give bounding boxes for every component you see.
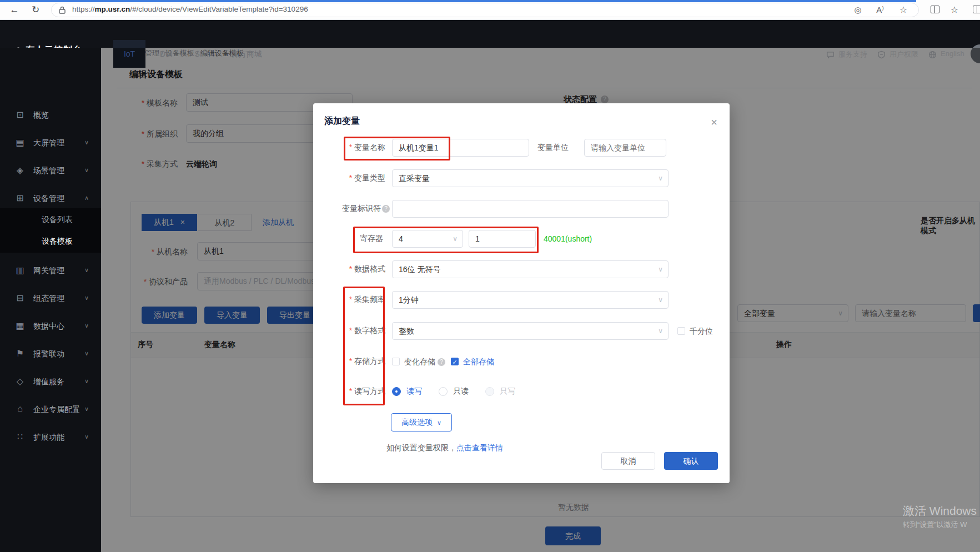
chevron-down-icon: ∨ bbox=[84, 294, 89, 302]
storage-change-label: 变化存储 bbox=[404, 357, 435, 367]
variable-unit-input[interactable] bbox=[584, 139, 666, 157]
enterprise-icon: ⌂ bbox=[14, 404, 26, 414]
sidebar-item-gateway-mgmt[interactable]: ▥ 网关管理 ∨ bbox=[0, 257, 101, 285]
chevron-down-icon: ∨ bbox=[658, 292, 663, 308]
sidebar-item-label: 网关管理 bbox=[33, 266, 64, 276]
extensions-icon: ∷ bbox=[14, 431, 26, 442]
rw-writeonly-radio bbox=[485, 387, 494, 396]
sidebar-item-label: 数据中心 bbox=[33, 322, 64, 332]
sidebar-item-label: 企业专属配置 bbox=[33, 405, 80, 415]
windows-activation-watermark: 激活 Windows bbox=[903, 503, 977, 519]
browser-back-icon[interactable]: ← bbox=[8, 0, 21, 20]
value-added-icon: ◇ bbox=[14, 376, 26, 387]
data-format-value: 16位 无符号 bbox=[399, 265, 440, 274]
collections-icon[interactable]: ☆ bbox=[947, 3, 962, 17]
sidebar-item-device-list[interactable]: 设备列表 bbox=[0, 209, 101, 230]
sidebar-item-enterprise-config[interactable]: ⌂ 企业专属配置 ∨ bbox=[0, 396, 101, 424]
storage-all-checkbox[interactable]: ✓ bbox=[451, 358, 459, 365]
identifier-help-icon[interactable]: ? bbox=[382, 205, 390, 213]
variable-unit-value[interactable] bbox=[591, 139, 660, 156]
chevron-down-icon: ∨ bbox=[84, 405, 89, 413]
sidebar-item-alarm-linkage[interactable]: ⚑ 报警联动 ∨ bbox=[0, 340, 101, 368]
identifier-input[interactable] bbox=[392, 200, 669, 218]
register-address-input[interactable] bbox=[469, 230, 536, 248]
identifier-value[interactable] bbox=[399, 200, 662, 217]
storage-change-help-icon[interactable]: ? bbox=[438, 358, 445, 366]
variable-name-label: 变量名称 bbox=[313, 143, 385, 153]
chevron-down-icon: ∨ bbox=[84, 350, 89, 357]
sidebar-item-data-center[interactable]: ▦ 数据中心 ∨ bbox=[0, 313, 101, 340]
permission-help: 如何设置变量权限，点击查看详情 bbox=[386, 443, 503, 453]
sidebar-item-screen-mgmt[interactable]: ▤ 大屏管理 ∨ bbox=[0, 129, 101, 157]
sidebar-item-label: 设备管理 bbox=[33, 194, 64, 204]
register-hint: 40001(ushort) bbox=[544, 234, 592, 243]
permission-help-link[interactable]: 点击查看详情 bbox=[456, 443, 503, 452]
browser-refresh-icon[interactable]: ↻ bbox=[29, 0, 42, 20]
split-screen-icon[interactable] bbox=[931, 6, 939, 13]
geolocation-icon[interactable]: ◎ bbox=[851, 3, 865, 17]
top-navbar: 有人云控制台 www.usr.cn IoT DM SIM 官方商城 服务支持 用… bbox=[0, 20, 980, 48]
confirm-button[interactable]: 确认 bbox=[664, 452, 718, 470]
storage-change-checkbox[interactable] bbox=[392, 358, 400, 365]
thousand-separator-label: 千分位 bbox=[690, 327, 713, 337]
sidebar-item-extensions[interactable]: ∷ 扩展功能 ∨ bbox=[0, 424, 101, 451]
chevron-down-icon: ∨ bbox=[84, 322, 89, 329]
chevron-down-icon: ∨ bbox=[658, 323, 663, 339]
browser-extra-icon[interactable] bbox=[973, 6, 980, 13]
sidebar-item-value-added[interactable]: ◇ 增值服务 ∨ bbox=[0, 368, 101, 396]
app-window: ← ↻ https://mp.usr.cn/#/cloud/device/Vie… bbox=[0, 0, 980, 552]
sidebar-item-scene-mgmt[interactable]: ◈ 场景管理 ∨ bbox=[0, 157, 101, 185]
browser-loading-bar bbox=[0, 0, 916, 2]
dialog-title: 添加变量 bbox=[324, 116, 360, 127]
rw-mode-label: 读写方式 bbox=[313, 387, 385, 397]
data-format-select[interactable]: 16位 无符号 ∨ bbox=[392, 260, 669, 278]
sidebar-item-config-mgmt[interactable]: ⊟ 组态管理 ∨ bbox=[0, 285, 101, 313]
screen-icon: ▤ bbox=[14, 137, 26, 148]
collect-frequency-label: 采集频率 bbox=[313, 295, 385, 305]
url-domain: mp.usr.cn bbox=[95, 5, 130, 13]
favorite-star-icon[interactable]: ☆ bbox=[896, 3, 911, 17]
windows-activation-hint: 转到“设置”以激活 W bbox=[903, 520, 967, 530]
sidebar-item-overview[interactable]: ⊡ 概览 bbox=[0, 102, 101, 129]
sidebar-item-label: 大屏管理 bbox=[33, 138, 64, 148]
sidebar: ⊡ 概览 ▤ 大屏管理 ∨ ◈ 场景管理 ∨ ⊞ 设备管理 ∧ 设备列表 设备模… bbox=[0, 48, 101, 552]
thousand-separator-checkbox[interactable] bbox=[677, 327, 685, 335]
sidebar-item-label: 概览 bbox=[33, 111, 49, 121]
register-type-select[interactable]: 4 ∨ bbox=[392, 230, 463, 248]
sidebar-item-label: 组态管理 bbox=[33, 294, 64, 304]
advanced-options-button[interactable]: 高级选项 ∨ bbox=[391, 413, 452, 431]
read-aloud-icon[interactable]: A⁾ bbox=[873, 3, 887, 17]
rw-readonly-radio[interactable] bbox=[439, 387, 448, 396]
chevron-down-icon: ∨ bbox=[658, 170, 663, 187]
register-address-value[interactable] bbox=[475, 230, 529, 247]
collect-frequency-select[interactable]: 1分钟 ∨ bbox=[392, 291, 669, 309]
variable-unit-label: 变量单位 bbox=[496, 143, 569, 153]
register-type-value: 4 bbox=[399, 234, 403, 243]
number-format-select[interactable]: 整数 ∨ bbox=[392, 322, 669, 340]
alarm-icon: ⚑ bbox=[14, 348, 26, 359]
number-format-label: 数字格式 bbox=[313, 326, 385, 336]
rw-writeonly-label: 只写 bbox=[500, 387, 515, 397]
sidebar-item-label: 增值服务 bbox=[33, 377, 64, 387]
device-icon: ⊞ bbox=[14, 193, 26, 203]
chevron-down-icon: ∨ bbox=[84, 167, 89, 174]
device-mgmt-submenu: 设备列表 设备模板 bbox=[0, 208, 101, 253]
url-text[interactable]: https://mp.usr.cn/#/cloud/device/ViewEdi… bbox=[72, 5, 308, 13]
cancel-button[interactable]: 取消 bbox=[601, 452, 655, 470]
gateway-icon: ▥ bbox=[14, 265, 26, 275]
register-label: 寄存器 bbox=[313, 234, 383, 244]
dialog-close-icon[interactable]: × bbox=[706, 114, 722, 130]
sidebar-item-label: 场景管理 bbox=[33, 166, 64, 176]
scada-icon: ⊟ bbox=[14, 293, 26, 303]
sidebar-item-device-template[interactable]: 设备模板 bbox=[0, 230, 101, 252]
number-format-value: 整数 bbox=[399, 327, 414, 335]
chevron-down-icon: ∨ bbox=[658, 261, 663, 278]
rw-readwrite-radio[interactable] bbox=[392, 387, 401, 396]
rw-readonly-label[interactable]: 只读 bbox=[453, 387, 469, 397]
variable-type-select[interactable]: 直采变量 ∨ bbox=[392, 169, 669, 187]
chevron-down-icon: ∨ bbox=[437, 419, 441, 426]
browser-toolbar: ← ↻ https://mp.usr.cn/#/cloud/device/Vie… bbox=[0, 0, 980, 20]
lock-icon bbox=[58, 6, 66, 14]
permission-help-text: 如何设置变量权限， bbox=[386, 443, 456, 452]
rw-readwrite-label[interactable]: 读写 bbox=[406, 387, 422, 397]
